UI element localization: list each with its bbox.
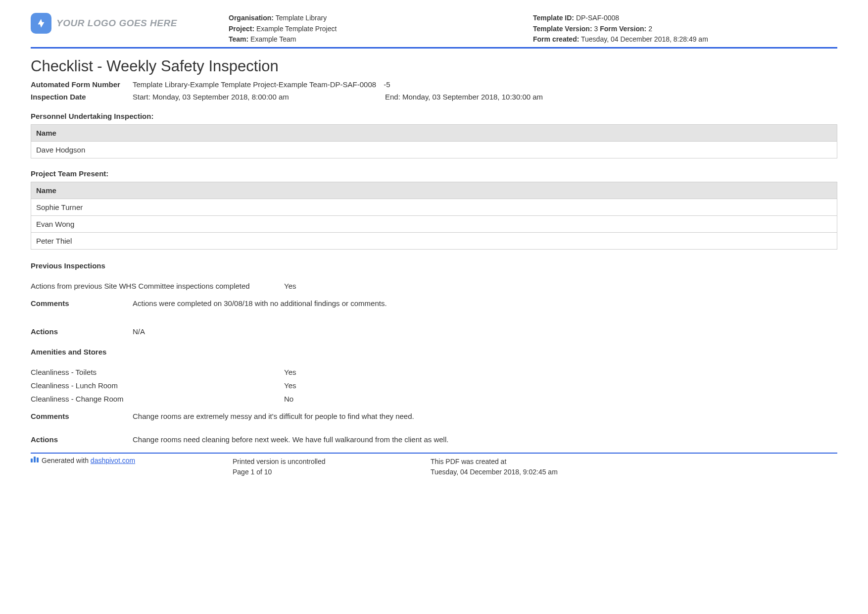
project-label: Project:	[229, 25, 254, 33]
team-value: Example Team	[250, 35, 296, 43]
org-label: Organisation:	[229, 14, 274, 22]
table-row: Sophie Turner	[31, 199, 837, 216]
previous-comments-label: Comments	[31, 299, 133, 307]
amenities-item: Cleanliness - Toilets Yes	[31, 368, 837, 376]
personnel-heading: Personnel Undertaking Inspection:	[31, 112, 837, 120]
amenities-item-value: No	[284, 395, 837, 403]
page-title: Checklist - Weekly Safety Inspection	[31, 57, 837, 75]
form-number-row: Automated Form Number Template Library-E…	[31, 80, 837, 89]
table-row: Dave Hodgson	[31, 142, 837, 158]
amenities-item-label: Cleanliness - Toilets	[31, 368, 284, 376]
team-name: Peter Thiel	[31, 233, 837, 250]
logo-text: YOUR LOGO GOES HERE	[56, 18, 177, 29]
team-name: Sophie Turner	[31, 199, 837, 216]
form-created-label: Form created:	[533, 35, 579, 43]
form-created-value: Tuesday, 04 December 2018, 8:28:49 am	[581, 35, 708, 43]
team-label: Team:	[229, 35, 248, 43]
amenities-item-value: Yes	[284, 368, 837, 376]
amenities-item-label: Cleanliness - Lunch Room	[31, 381, 284, 390]
previous-actions: Actions N/A	[31, 327, 837, 336]
previous-actions-label: Actions	[31, 327, 133, 336]
form-version-value: 2	[648, 25, 652, 33]
team-col-name: Name	[31, 182, 837, 199]
footer-page: Page 1 of 10	[233, 467, 431, 477]
personnel-col-name: Name	[31, 124, 837, 142]
personnel-name: Dave Hodgson	[31, 142, 837, 158]
form-number-value: Template Library-Example Template Projec…	[133, 80, 837, 89]
amenities-item-label: Cleanliness - Change Room	[31, 395, 284, 403]
amenities-item-value: Yes	[284, 381, 837, 390]
footer-center: Printed version is uncontrolled Page 1 o…	[233, 457, 431, 477]
amenities-actions-value: Change rooms need cleaning before next w…	[133, 435, 837, 444]
footer-created-label: This PDF was created at	[431, 457, 837, 467]
form-version-label: Form Version:	[600, 25, 646, 33]
footer-created-value: Tuesday, 04 December 2018, 9:02:45 am	[431, 467, 837, 477]
form-number-label: Automated Form Number	[31, 80, 133, 89]
amenities-item: Cleanliness - Lunch Room Yes	[31, 381, 837, 390]
amenities-comments-label: Comments	[31, 412, 133, 420]
team-name: Evan Wong	[31, 216, 837, 233]
logo-icon	[31, 13, 51, 34]
logo-block: YOUR LOGO GOES HERE	[31, 13, 229, 34]
template-id-value: DP-SAF-0008	[576, 14, 619, 22]
document-footer: Generated with dashpivot.com Printed ver…	[31, 453, 837, 477]
table-row: Peter Thiel	[31, 233, 837, 250]
previous-heading: Previous Inspections	[31, 261, 837, 270]
previous-q1-label: Actions from previous Site WHS Committee…	[31, 282, 284, 290]
amenities-actions-label: Actions	[31, 435, 133, 444]
org-value: Template Library	[276, 14, 327, 22]
footer-generated-link[interactable]: dashpivot.com	[91, 457, 135, 464]
inspection-date-start: Start: Monday, 03 September 2018, 8:00:0…	[133, 93, 385, 101]
previous-q1: Actions from previous Site WHS Committee…	[31, 282, 837, 290]
header-meta-right: Template ID: DP-SAF-0008 Template Versio…	[533, 13, 837, 45]
inspection-date-row: Inspection Date Start: Monday, 03 Septem…	[31, 93, 837, 101]
template-version-value: 3	[594, 25, 598, 33]
previous-inspections-block: Previous Inspections Actions from previo…	[31, 261, 837, 336]
previous-comments-value: Actions were completed on 30/08/18 with …	[133, 299, 837, 307]
previous-q1-value: Yes	[284, 282, 837, 290]
previous-actions-value: N/A	[133, 327, 837, 336]
amenities-actions: Actions Change rooms need cleaning befor…	[31, 435, 837, 444]
footer-generated: Generated with dashpivot.com	[31, 457, 233, 477]
amenities-comments-value: Change rooms are extremely messy and it'…	[133, 412, 837, 420]
template-version-label: Template Version:	[533, 25, 592, 33]
amenities-heading: Amenities and Stores	[31, 348, 837, 356]
inspection-date-end: End: Monday, 03 September 2018, 10:30:00…	[385, 93, 837, 101]
footer-generated-prefix: Generated with	[42, 457, 91, 464]
inspection-date-label: Inspection Date	[31, 93, 133, 101]
team-present-table: Name Sophie Turner Evan Wong Peter Thiel	[31, 182, 837, 250]
previous-comments: Comments Actions were completed on 30/08…	[31, 299, 837, 307]
amenities-item: Cleanliness - Change Room No	[31, 395, 837, 403]
table-row: Evan Wong	[31, 216, 837, 233]
document-header: YOUR LOGO GOES HERE Organisation: Templa…	[31, 13, 837, 49]
project-value: Example Template Project	[256, 25, 337, 33]
template-id-label: Template ID:	[533, 14, 574, 22]
personnel-table: Name Dave Hodgson	[31, 124, 837, 158]
amenities-comments: Comments Change rooms are extremely mess…	[31, 412, 837, 420]
footer-right: This PDF was created at Tuesday, 04 Dece…	[431, 457, 837, 477]
bar-chart-icon	[31, 457, 39, 462]
header-meta-left: Organisation: Template Library Project: …	[229, 13, 533, 45]
amenities-block: Amenities and Stores Cleanliness - Toile…	[31, 348, 837, 444]
team-present-heading: Project Team Present:	[31, 169, 837, 178]
footer-uncontrolled: Printed version is uncontrolled	[233, 457, 431, 467]
